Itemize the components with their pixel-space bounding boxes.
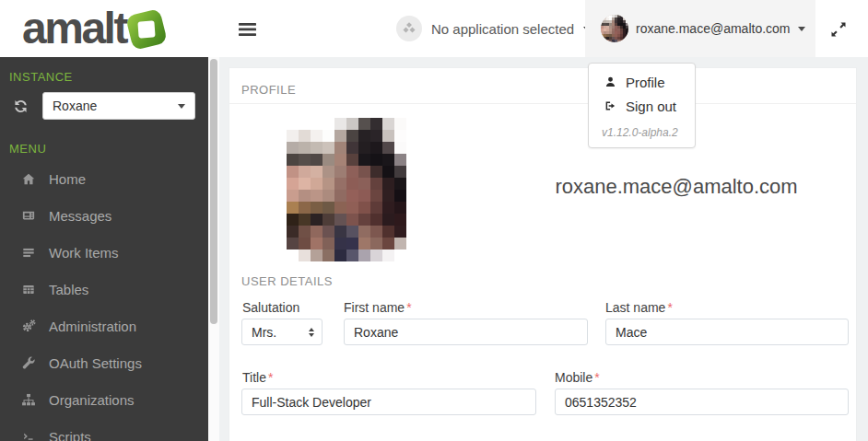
top-header: amalt No application selected roxane.mac… — [0, 0, 868, 57]
salutation-select[interactable]: Mrs. — [241, 319, 323, 345]
sidebar-item-label: Messages — [49, 208, 111, 224]
required-marker: * — [268, 370, 273, 385]
sidebar-item-label: OAuth Settings — [49, 355, 142, 371]
user-dropdown-menu: Profile Sign out v1.12.0-alpha.2 — [588, 63, 696, 148]
instance-select[interactable]: Roxane — [42, 92, 195, 120]
mobile-label: Mobile* — [555, 370, 600, 385]
sidebar-item-label: Organizations — [49, 392, 135, 408]
required-marker: * — [594, 370, 599, 385]
profile-avatar — [287, 118, 406, 261]
sidebar-item-oauth-settings[interactable]: OAuth Settings — [0, 344, 208, 381]
title-field[interactable] — [241, 389, 536, 415]
work-items-icon — [20, 245, 37, 260]
main-content: PROFILE roxane.mace@amalto.com USER DETA… — [219, 57, 868, 441]
user-email-label: roxane.mace@amalto.com — [636, 21, 791, 36]
cubes-icon — [396, 16, 422, 41]
sidebar-item-home[interactable]: Home — [0, 160, 208, 197]
required-marker: * — [667, 300, 672, 315]
sidebar-item-organizations[interactable]: Organizations — [0, 381, 208, 418]
logo-o-icon — [125, 8, 168, 51]
sidebar-item-label: Administration — [49, 319, 136, 334]
user-avatar — [601, 15, 628, 42]
scripts-icon — [20, 429, 37, 441]
tables-icon — [20, 282, 37, 296]
refresh-icon[interactable] — [13, 99, 29, 114]
sidebar-item-scripts[interactable]: Scripts — [0, 418, 208, 441]
sign-out-icon — [604, 99, 616, 112]
menu-section-label: MENU — [0, 120, 208, 160]
first-name-label: First name* — [344, 300, 412, 315]
profile-avatar-image — [287, 118, 406, 261]
sidebar-scrollbar[interactable] — [208, 57, 219, 441]
logo-text: amalt — [22, 5, 126, 52]
user-menu-button[interactable]: roxane.mace@amalto.com — [585, 0, 815, 57]
administration-icon — [20, 319, 37, 333]
card-title: PROFILE — [241, 83, 296, 97]
select-spinner-icon — [309, 328, 314, 337]
user-avatar-image — [601, 15, 628, 42]
sidebar-item-label: Home — [49, 171, 86, 187]
oauth-settings-icon — [20, 355, 37, 370]
last-name-label: Last name* — [605, 300, 673, 315]
sidebar-item-work-items[interactable]: Work Items — [0, 234, 208, 271]
sidebar-item-administration[interactable]: Administration — [0, 308, 208, 344]
dropdown-item-label: Profile — [626, 75, 665, 90]
title-label: Title* — [242, 370, 273, 385]
messages-icon — [20, 208, 37, 223]
app-version-label: v1.12.0-alpha.2 — [602, 126, 695, 139]
organizations-icon — [20, 392, 37, 407]
chevron-down-icon — [798, 27, 805, 31]
sidebar-scrollbar-thumb[interactable] — [210, 59, 217, 324]
user-details-section-label: USER DETAILS — [241, 274, 333, 288]
instance-section-label: INSTANCE — [0, 57, 208, 92]
profile-card: PROFILE roxane.mace@amalto.com USER DETA… — [229, 67, 857, 441]
application-selector-label: No application selected — [431, 21, 574, 37]
sidebar: INSTANCE Roxane MENU Home Messages — [0, 57, 208, 441]
last-name-field[interactable] — [605, 319, 849, 345]
expand-icon[interactable] — [828, 20, 849, 39]
sidebar-item-messages[interactable]: Messages — [0, 197, 208, 234]
sidebar-item-label: Tables — [49, 282, 88, 297]
home-icon — [20, 171, 37, 186]
sidebar-item-label: Work Items — [49, 245, 119, 261]
application-selector[interactable]: No application selected — [396, 0, 591, 57]
salutation-label: Salutation — [242, 300, 299, 315]
hamburger-menu-icon[interactable] — [238, 22, 258, 37]
salutation-select-value: Mrs. — [252, 325, 276, 340]
required-marker: * — [406, 300, 411, 315]
divider — [229, 103, 856, 104]
sidebar-item-label: Scripts — [49, 429, 91, 441]
amalto-logo[interactable]: amalt — [22, 5, 164, 52]
dropdown-item-sign-out[interactable]: Sign out — [589, 94, 695, 118]
dropdown-item-profile[interactable]: Profile — [589, 70, 695, 94]
user-icon — [604, 75, 616, 88]
mobile-field[interactable] — [555, 389, 849, 415]
instance-select-value: Roxane — [53, 99, 97, 113]
dropdown-item-label: Sign out — [626, 99, 676, 114]
profile-email: roxane.mace@amalto.com — [497, 175, 856, 199]
chevron-down-icon — [178, 104, 185, 109]
first-name-field[interactable] — [344, 319, 588, 345]
sidebar-item-tables[interactable]: Tables — [0, 271, 208, 308]
